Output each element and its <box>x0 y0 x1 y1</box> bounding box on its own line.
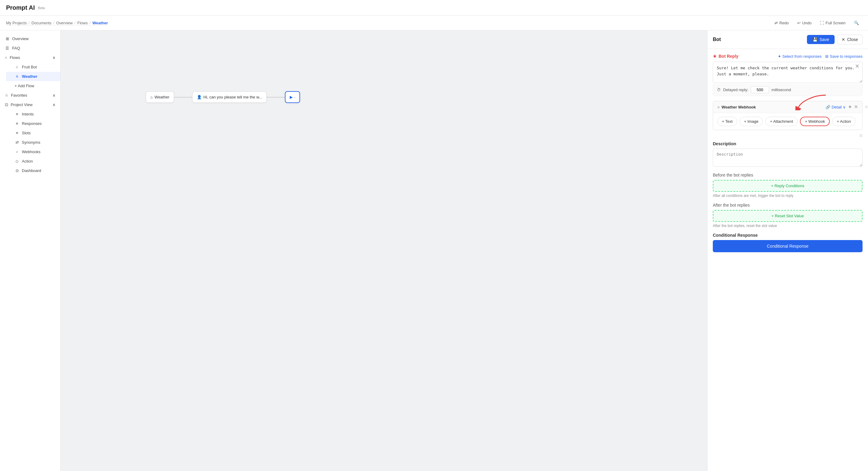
breadcrumb-flows[interactable]: Flows <box>78 21 88 25</box>
conditional-response-section: Conditional Response Conditional Respons… <box>713 233 863 252</box>
clock-icon: ⏱ <box>717 88 721 92</box>
sidebar-item-faq[interactable]: ☰ FAQ <box>0 43 60 53</box>
sidebar-item-intents[interactable]: ≡ Intents <box>6 109 60 119</box>
overview-icon: ⊞ <box>5 36 10 41</box>
flows-submenu: ⑃ Fruit Bot ⑃ Weather + Add Flow <box>0 62 60 91</box>
after-bot-hint: After the bot replies, reset the slot va… <box>713 224 863 228</box>
favorites-chevron-icon: ∨ <box>53 93 56 97</box>
project-view-chevron-icon: ∧ <box>53 102 56 107</box>
after-bot-section: After the bot replies + Reset Slot Value… <box>713 203 863 228</box>
right-panel: Bot 💾 Save ✕ Close ★ Bot Reply <box>707 30 868 471</box>
sidebar: ⊞ Overview ☰ FAQ ⑃ Flows ∧ ⑃ Fruit Bot ⑃… <box>0 30 61 471</box>
app-title: Prompt AI <box>6 4 35 11</box>
sidebar-item-add-flow[interactable]: + Add Flow <box>6 81 60 91</box>
project-view-icon: ⊡ <box>5 102 8 107</box>
sidebar-item-webhooks[interactable]: ○ Webhooks <box>6 147 60 156</box>
breadcrumb-overview[interactable]: Overview <box>56 21 72 25</box>
sidebar-item-synonyms[interactable]: ⇄ Synonyms <box>6 138 60 147</box>
node-home-icon: ⌂ <box>150 95 153 99</box>
node-connector-1 <box>174 97 192 97</box>
save-button[interactable]: 💾 Save <box>807 35 835 44</box>
after-bot-label: After the bot replies <box>713 203 863 208</box>
sidebar-item-action[interactable]: ◇ Action <box>6 156 60 166</box>
before-bot-section: Before the bot replies + Reply Condition… <box>713 173 863 198</box>
reply-conditions-button[interactable]: + Reply Conditions <box>713 180 863 192</box>
flow-diagram: ⌂ Weather 👤 Hi, can you please tell me t… <box>146 91 300 103</box>
select-responses-icon: ✦ <box>778 54 781 59</box>
sidebar-favorites-header[interactable]: ☆ Favorites ∨ <box>0 91 60 100</box>
required-star: ★ <box>713 54 717 59</box>
favorites-icon: ☆ <box>5 93 8 97</box>
conditions-hint: After all conditions are met, trigger th… <box>713 194 863 198</box>
webhook-close-button[interactable]: ✕ <box>854 105 858 109</box>
drag-handle: ≡ <box>864 104 868 110</box>
add-attachment-button[interactable]: + Attachment <box>765 117 798 126</box>
node-weather[interactable]: ⌂ Weather <box>146 91 174 103</box>
zoom-button[interactable]: 🔍 <box>851 19 862 27</box>
panel-header: Bot 💾 Save ✕ Close <box>707 30 868 49</box>
flows-chevron-icon: ∧ <box>53 55 56 60</box>
dashboard-icon: ⊙ <box>14 168 20 173</box>
breadcrumb: My Projects / Documents / Overview / Flo… <box>6 21 108 26</box>
reply-textarea[interactable] <box>713 62 863 83</box>
undo-button[interactable]: ↩ Undo <box>794 19 814 27</box>
node-message[interactable]: 👤 Hi, can you please tell me the w... <box>192 91 267 103</box>
sidebar-item-fruit-bot[interactable]: ⑃ Fruit Bot <box>6 62 60 72</box>
save-responses-icon: ⊞ <box>825 54 829 59</box>
undo-icon: ↩ <box>797 21 801 25</box>
add-image-button[interactable]: + Image <box>740 117 763 126</box>
delay-input[interactable] <box>751 86 769 93</box>
bot-reply-section: ★ Bot Reply ✦ Select from responses ⊞ Sa… <box>713 54 863 96</box>
sidebar-item-weather[interactable]: ⑃ Weather <box>6 72 60 81</box>
sidebar-item-responses[interactable]: ≡ Responses <box>6 119 60 128</box>
webhook-add-button[interactable]: + <box>848 104 851 110</box>
sidebar-flows-header[interactable]: ⑃ Flows ∧ <box>0 53 60 62</box>
save-to-responses-button[interactable]: ⊞ Save to responses <box>825 54 863 59</box>
zoom-icon: 🔍 <box>854 21 859 25</box>
webhook-icon: ○ <box>717 105 720 109</box>
faq-icon: ☰ <box>5 46 10 51</box>
sidebar-item-overview[interactable]: ⊞ Overview <box>0 34 60 43</box>
sidebar-item-slots[interactable]: ≡ Slots <box>6 128 60 138</box>
sidebar-item-dashboard[interactable]: ⊙ Dashboard <box>6 166 60 175</box>
redo-button[interactable]: ⇄ Redo <box>771 19 792 27</box>
add-action-button[interactable]: + Action <box>832 117 856 126</box>
breadcrumb-current: Weather <box>92 21 108 25</box>
app-logo-area: Prompt AI Beta <box>6 4 44 11</box>
project-view-submenu: ≡ Intents ≡ Responses ≡ Slots ⇄ Synonyms… <box>0 109 60 175</box>
app-beta: Beta <box>38 6 45 10</box>
conditional-response-button[interactable]: Conditional Response <box>713 240 863 252</box>
panel-title: Bot <box>713 37 721 42</box>
node-action[interactable]: ▶ - <box>285 91 300 103</box>
description-textarea[interactable] <box>713 149 863 167</box>
node-user-icon: 👤 <box>197 95 202 99</box>
redo-icon: ⇄ <box>774 21 778 25</box>
webhook-section: ≡ ○ Weather Webhook 🔗 Detail ∨ + <box>713 101 863 130</box>
action-icon: ◇ <box>14 159 20 164</box>
flows-icon: ⑃ <box>5 55 7 60</box>
reset-slot-value-button[interactable]: + Reset Slot Value <box>713 210 863 222</box>
panel-drag-handle: ≡ <box>859 133 863 139</box>
add-text-button[interactable]: + Text <box>717 117 737 126</box>
canvas-area: ⌂ Weather 👤 Hi, can you please tell me t… <box>61 30 707 471</box>
conditional-response-label: Conditional Response <box>713 233 863 238</box>
panel-content: ★ Bot Reply ✦ Select from responses ⊞ Sa… <box>707 49 868 262</box>
reply-close-button[interactable]: ✕ <box>853 63 861 69</box>
bot-reply-actions: ✦ Select from responses ⊞ Save to respon… <box>778 54 863 59</box>
intents-icon: ≡ <box>14 112 20 116</box>
bot-reply-header: ★ Bot Reply ✦ Select from responses ⊞ Sa… <box>713 54 863 59</box>
webhook-header: ○ Weather Webhook 🔗 Detail ∨ + ✕ <box>713 101 862 113</box>
breadcrumb-my-projects[interactable]: My Projects <box>6 21 27 25</box>
sidebar-project-view-header[interactable]: ⊡ Project View ∧ <box>0 100 60 109</box>
close-button[interactable]: ✕ Close <box>837 35 863 45</box>
topbar: Prompt AI Beta <box>0 0 868 16</box>
select-from-responses-button[interactable]: ✦ Select from responses <box>778 54 822 59</box>
weather-flow-icon: ⑃ <box>14 74 20 79</box>
save-icon: 💾 <box>812 37 817 42</box>
delayed-reply-row: ⏱ Delayed reply: millisecond <box>713 84 863 96</box>
breadcrumb-documents[interactable]: Documents <box>32 21 52 25</box>
add-webhook-button[interactable]: + Webhook <box>800 117 830 126</box>
slots-icon: ≡ <box>14 131 20 135</box>
webhooks-icon: ○ <box>14 149 20 154</box>
fullscreen-button[interactable]: ⛶ Full Screen <box>817 19 848 27</box>
